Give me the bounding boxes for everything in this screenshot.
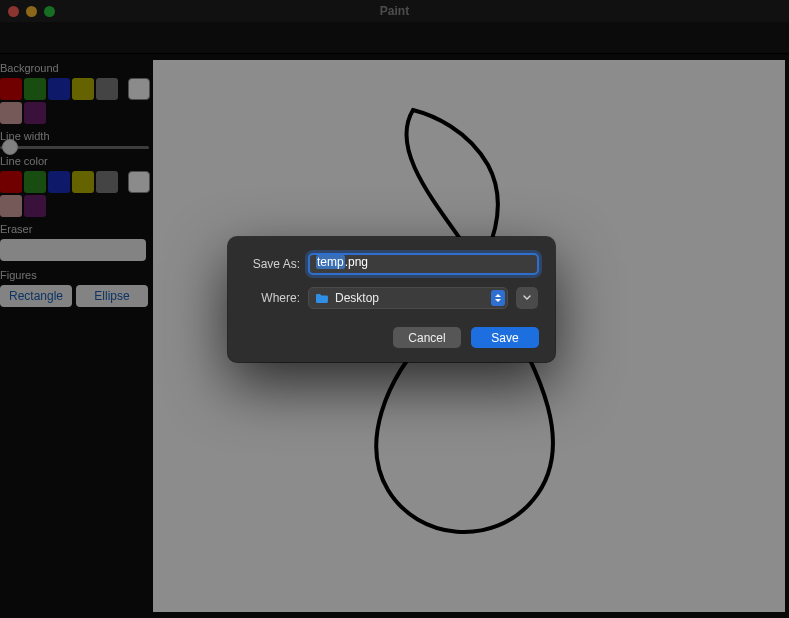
folder-icon [315,293,329,304]
dialog-actions: Cancel Save [244,327,539,348]
chevron-down-icon [523,295,531,301]
cancel-button[interactable]: Cancel [393,327,461,348]
where-label: Where: [244,291,300,305]
where-row: Where: Desktop [244,287,539,309]
where-value: Desktop [335,291,379,305]
save-button[interactable]: Save [471,327,539,348]
expand-dialog-button[interactable] [516,287,538,309]
filename-selected: temp [316,255,345,269]
save-as-row: Save As: temp.png [244,253,539,275]
save-as-label: Save As: [244,257,300,271]
filename-rest: .png [345,255,368,269]
filename-input[interactable]: temp.png [308,253,539,275]
save-dialog: Save As: temp.png Where: Desktop Cancel … [228,237,555,362]
where-stepper-icon [491,290,505,306]
where-select[interactable]: Desktop [308,287,508,309]
